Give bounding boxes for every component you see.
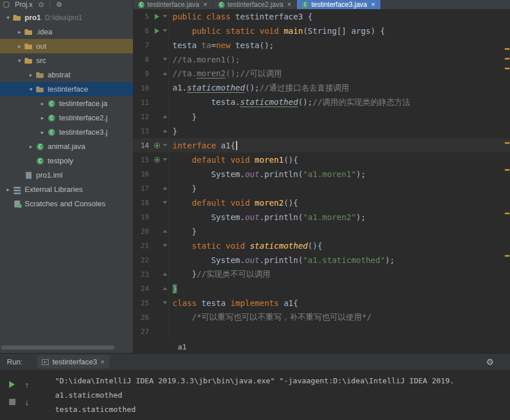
code-line-23[interactable]: 23 }//实现类不可以调用	[133, 267, 510, 281]
expand-arrow-icon[interactable]: ▾	[15, 57, 24, 64]
fold-marker-icon[interactable]	[163, 115, 167, 118]
breadcrumb-item[interactable]: a1	[178, 343, 187, 351]
expand-arrow-icon[interactable]: ▸	[15, 29, 24, 35]
expand-arrow-icon[interactable]: ▸	[26, 72, 36, 78]
tree-item-external-libraries[interactable]: ▸External Libraries	[0, 182, 133, 197]
tree-item-idea[interactable]: ▸.idea	[0, 25, 133, 39]
code-editor[interactable]: 5public class testinterface3 {6 public s…	[133, 9, 510, 340]
code-line-12[interactable]: 12 }	[133, 109, 510, 124]
code-line-6[interactable]: 6 public static void main(String[] args)…	[133, 23, 510, 38]
locate-icon[interactable]: ⊙	[38, 1, 44, 9]
code-line-14[interactable]: 14interface a1{	[133, 138, 510, 152]
fold-marker-icon[interactable]	[163, 72, 167, 75]
code-line-11[interactable]: 11 testa.staticmothed();//调用的实现类的静态方法	[133, 95, 510, 109]
run-gutter-icon[interactable]	[155, 28, 159, 34]
tree-item-testpoly[interactable]: testpoly	[0, 154, 133, 168]
editor-tab-testinterface-java[interactable]: testinterface.java×	[133, 0, 213, 9]
tree-item-testinterface[interactable]: ▾testinterface	[0, 82, 133, 96]
down-arrow-button[interactable]: ↓	[25, 397, 29, 407]
tree-item-src[interactable]: ▾src	[0, 53, 133, 68]
warning-stripe-mark[interactable]	[505, 68, 509, 69]
implemented-gutter-icon[interactable]	[154, 157, 160, 163]
expand-arrow-icon[interactable]: ▸	[3, 186, 13, 193]
close-icon[interactable]: ×	[287, 1, 291, 9]
run-tab[interactable]: testinterface3 ×	[37, 355, 109, 368]
code-line-13[interactable]: 13}	[133, 124, 510, 138]
code-line-16[interactable]: 16 System.out.println("a1.moren1");	[133, 167, 510, 181]
expand-arrow-icon[interactable]: ▸	[26, 143, 36, 150]
fold-marker-icon[interactable]	[163, 201, 167, 204]
up-arrow-button[interactable]: ↑	[25, 380, 29, 390]
expand-arrow-icon[interactable]: ▾	[3, 14, 13, 21]
fold-marker-icon[interactable]	[163, 129, 167, 132]
code-line-8[interactable]: 8//ta.moren1();	[133, 52, 510, 66]
fold-marker-icon[interactable]	[163, 244, 167, 247]
stop-button[interactable]	[9, 399, 15, 405]
fold-marker-icon[interactable]	[163, 144, 167, 147]
code-line-5[interactable]: 5public class testinterface3 {	[133, 9, 510, 23]
tree-item-pro1-iml[interactable]: pro1.iml	[0, 168, 133, 182]
horizontal-scrollbar[interactable]	[1, 346, 115, 350]
implemented-gutter-icon[interactable]	[154, 143, 160, 148]
code-line-7[interactable]: 7testa ta=new testa();	[133, 38, 510, 52]
code-line-22[interactable]: 22 System.out.println("a1.staticmothed")…	[133, 253, 510, 267]
tree-item-out[interactable]: ▸out	[0, 39, 133, 53]
code-line-18[interactable]: 18 default void moren2(){	[133, 195, 510, 210]
fold-marker-icon[interactable]	[163, 15, 167, 18]
expand-arrow-icon[interactable]: ▾	[26, 86, 36, 92]
code-line-26[interactable]: 26 /*可以重写也可以不重写，补不重写也可以使用*/	[133, 310, 510, 324]
editor-tab-testinterface3-java[interactable]: testinterface3.java×	[297, 0, 380, 9]
fold-column	[162, 181, 169, 195]
fold-marker-icon[interactable]	[163, 187, 167, 190]
tree-item-testinterface2-j[interactable]: ▸testinterface2.j	[0, 111, 133, 125]
expand-arrow-icon[interactable]: ▸	[38, 129, 47, 135]
warning-stripe-mark[interactable]	[505, 48, 509, 50]
code-line-21[interactable]: 21 static void staticmothed(){	[133, 238, 510, 253]
file-icon	[24, 171, 33, 180]
tree-item-animal-java[interactable]: ▸animal.java	[0, 139, 133, 154]
fold-column	[162, 195, 169, 210]
warning-stripe-mark[interactable]	[505, 142, 509, 144]
expand-arrow-icon[interactable]: ▸	[15, 43, 24, 49]
warning-stripe-mark[interactable]	[505, 255, 509, 257]
code-line-25[interactable]: 25class testa implements a1{	[133, 296, 510, 310]
tree-item-testinterface3-j[interactable]: ▸testinterface3.j	[0, 125, 133, 139]
expand-arrow-icon[interactable]: ▸	[38, 115, 47, 121]
code-line-10[interactable]: 10a1.staticmothed();//通过接口名去直接调用	[133, 81, 510, 95]
tree-item-pro1[interactable]: ▾pro1D:\idea\pro1	[0, 10, 133, 25]
code-line-15[interactable]: 15 default void moren1(){	[133, 152, 510, 167]
rerun-button[interactable]	[9, 381, 15, 388]
project-panel-title[interactable]: Proj.x	[15, 1, 33, 9]
code-line-27[interactable]: 27	[133, 324, 510, 339]
tree-item-abstrat[interactable]: ▸abstrat	[0, 68, 133, 82]
gear-icon[interactable]: ⚙	[56, 1, 62, 9]
close-icon[interactable]: ×	[371, 1, 375, 9]
warning-stripe-mark[interactable]	[505, 58, 509, 60]
tree-item-testinterface-ja[interactable]: ▸testinterface.ja	[0, 96, 133, 111]
close-icon[interactable]: ×	[101, 358, 105, 366]
tree-item-scratches-and-consoles[interactable]: Scratches and Consoles	[0, 197, 133, 211]
code-line-19[interactable]: 19 System.out.println("a1.moren2");	[133, 210, 510, 224]
code-line-9[interactable]: 9//ta.moren2();//可以调用	[133, 66, 510, 81]
fold-marker-icon[interactable]	[163, 301, 167, 304]
code-line-24[interactable]: 24}	[133, 281, 510, 296]
console-output[interactable]: "D:\idea\IntelliJ IDEA 2019.3.3\jbr\bin\…	[55, 374, 510, 420]
line-number: 14	[133, 142, 152, 150]
gear-icon[interactable]: ⚙	[487, 357, 494, 367]
warning-stripe-mark[interactable]	[505, 213, 509, 214]
tree-item-label: External Libraries	[25, 185, 83, 194]
warning-stripe-mark[interactable]	[505, 169, 509, 171]
run-panel-body: ↑ ↓ "D:\idea\IntelliJ IDEA 2019.3.3\jbr\…	[0, 371, 510, 420]
fold-marker-icon[interactable]	[163, 273, 167, 276]
editor-tab-testinterface2-java[interactable]: testinterface2.java×	[213, 0, 297, 9]
fold-marker-icon[interactable]	[163, 29, 167, 32]
expand-arrow-icon[interactable]: ▸	[38, 100, 47, 107]
close-icon[interactable]: ×	[203, 1, 207, 9]
fold-marker-icon[interactable]	[163, 158, 167, 161]
run-gutter-icon[interactable]	[155, 14, 159, 19]
code-line-20[interactable]: 20 }	[133, 224, 510, 238]
fold-marker-icon[interactable]	[163, 58, 167, 61]
fold-marker-icon[interactable]	[163, 287, 167, 290]
fold-marker-icon[interactable]	[163, 230, 167, 233]
code-line-17[interactable]: 17 }	[133, 181, 510, 195]
